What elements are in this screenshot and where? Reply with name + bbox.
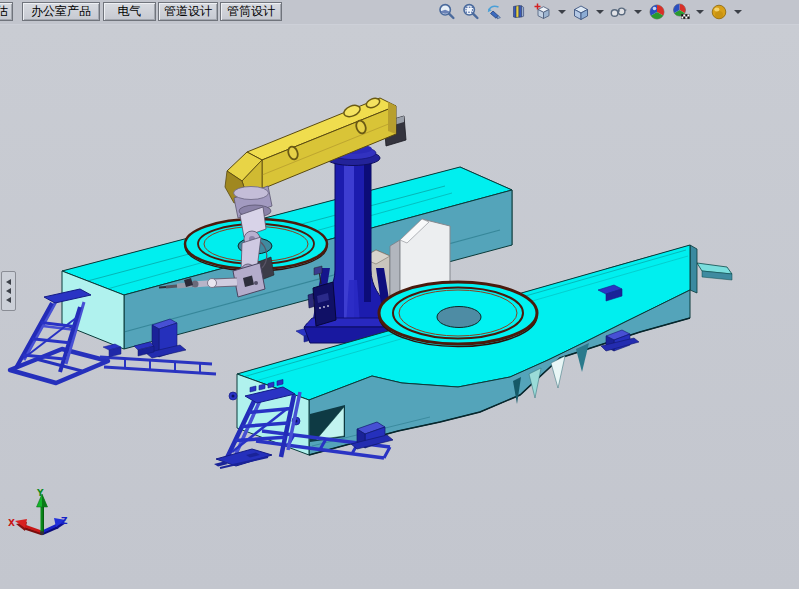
zoom-to-area-icon[interactable] <box>461 2 481 22</box>
collapse-left-icon <box>6 279 11 285</box>
tab-evaluate-partial[interactable]: 估 <box>0 2 13 21</box>
panel-flyout-button[interactable] <box>1 271 16 311</box>
display-style-dropdown-icon[interactable] <box>596 10 604 14</box>
view-orientation-dropdown-icon[interactable] <box>558 10 566 14</box>
previous-view-icon[interactable] <box>485 2 505 22</box>
edit-appearance-icon[interactable] <box>647 2 667 22</box>
display-style-icon[interactable] <box>571 2 591 22</box>
view-toolbar <box>437 2 743 22</box>
axis-z-label: Z <box>61 516 68 526</box>
tab-piping-design[interactable]: 管道设计 <box>158 2 218 21</box>
axis-x-label: X <box>8 518 15 528</box>
apply-scene-dropdown-icon[interactable] <box>696 10 704 14</box>
tab-electrical[interactable]: 电气 <box>103 2 156 21</box>
axis-y-label: Y <box>36 488 44 498</box>
section-view-icon[interactable] <box>509 2 529 22</box>
view-settings-icon[interactable] <box>709 2 729 22</box>
command-tabs: 估办公室产品电气管道设计管筒设计 <box>0 0 420 24</box>
hide-show-items-icon[interactable] <box>609 2 629 22</box>
tab-office-products[interactable]: 办公室产品 <box>22 2 100 21</box>
view-orientation-icon[interactable] <box>533 2 553 22</box>
view-settings-dropdown-icon[interactable] <box>734 10 742 14</box>
zoom-to-fit-icon[interactable] <box>437 2 457 22</box>
apply-scene-icon[interactable] <box>671 2 691 22</box>
collapse-left-icon <box>6 297 11 303</box>
3d-viewport[interactable]: X Y Z <box>0 24 799 589</box>
collapse-left-icon <box>6 288 11 294</box>
command-bar: 估办公室产品电气管道设计管筒设计 <box>0 0 799 25</box>
tab-tubing-design[interactable]: 管筒设计 <box>220 2 282 21</box>
hide-show-items-dropdown-icon[interactable] <box>634 10 642 14</box>
orientation-triad: X Y Z <box>8 488 68 535</box>
